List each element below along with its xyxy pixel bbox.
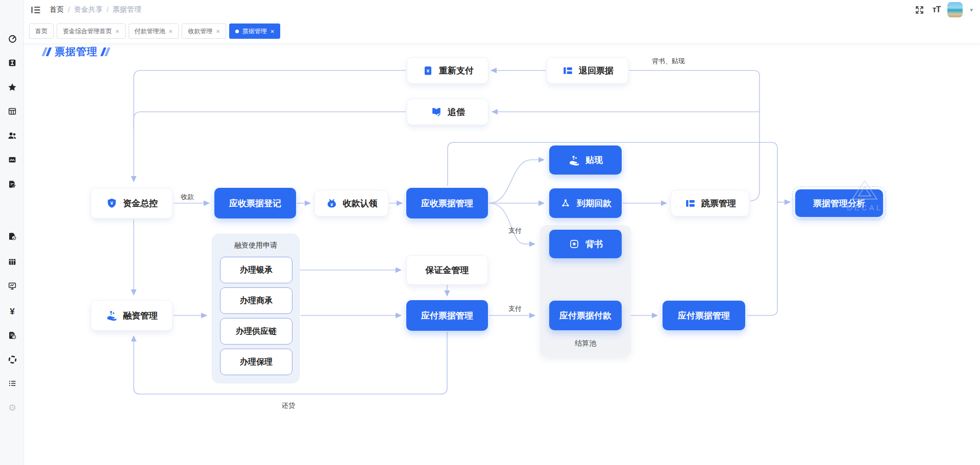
node-financing-mgmt[interactable]: 融资管理 [91,300,173,331]
tab-home[interactable]: 首页 [29,23,54,39]
users-icon[interactable] [7,130,18,141]
breadcrumb: 首页 / 资金共享 / 票据管理 [50,5,141,14]
node-fund-control[interactable]: ¥ 资金总控 [91,188,173,218]
node-discount[interactable]: 贴现 [549,145,622,175]
edge-label-pay-upper: 支付 [508,226,522,235]
avatar[interactable] [947,2,963,17]
fullscreen-icon[interactable] [914,4,925,15]
node-payable-payment[interactable]: 应付票据付款 [549,301,622,330]
node-repay[interactable]: ¥ 重新支付 [407,57,488,84]
tab-payment-pool[interactable]: 付款管理池× [129,23,179,39]
document-clock-icon[interactable] [7,330,18,341]
node-bounced-bill-mgmt[interactable]: 跳票管理 [671,190,749,216]
bill-management-page: ¥ ⚙ 首页 / 资金共享 / 票据管理 тT ▾ 首页 资金综合管理首页× 付 [0,0,980,465]
document-check-icon[interactable] [7,231,18,242]
close-icon[interactable]: × [271,28,275,35]
node-bank-acceptance[interactable]: 办理银承 [220,257,292,283]
financing-group-title: 融资使用申请 [212,241,299,250]
tab-bar: 首页 资金综合管理首页× 付款管理池× 收款管理× 票据管理× [24,19,980,43]
settings-gear-icon[interactable]: ⚙ [7,402,18,413]
breadcrumb-separator: / [107,6,109,14]
top-header: 首页 / 资金共享 / 票据管理 тT ▾ [24,0,980,19]
currency-yuan-icon[interactable]: ¥ [7,306,18,317]
node-receivable-mgmt[interactable]: 应收票据管理 [406,188,488,218]
font-size-icon[interactable]: тT [933,5,941,14]
page-title: 票据管理 [43,45,109,59]
tab-bill-mgmt-active[interactable]: 票据管理× [229,23,281,39]
svg-text:¥: ¥ [110,200,113,206]
breadcrumb-home[interactable]: 首页 [50,5,64,14]
node-bill-analysis[interactable]: 票据管理分析 [795,189,883,217]
close-icon[interactable]: × [169,28,173,35]
svg-text:¥: ¥ [426,68,429,74]
node-endorsement[interactable]: 背书 [549,230,622,258]
node-maturity-collection[interactable]: 到期回款 [549,188,622,218]
star-square-icon [568,238,580,250]
chevron-down-icon[interactable]: ▾ [970,7,973,13]
node-receivable-register[interactable]: 应收票据登记 [214,188,296,218]
share-network-icon [559,197,572,209]
close-icon[interactable]: × [115,28,119,35]
edge-label-repay-loan: 还贷 [282,401,295,410]
yuan-document-icon: ¥ [422,64,434,77]
financing-application-group: 融资使用申请 办理银承 办理商承 办理供应链 办理保理 [212,234,300,383]
edge-label-pay-lower: 支付 [508,304,522,313]
node-margin-mgmt[interactable]: 保证金管理 [406,255,488,285]
node-recourse[interactable]: 追偿 [407,99,488,125]
presentation-chart-icon[interactable] [7,280,18,291]
columns-table-icon[interactable] [7,256,18,267]
settlement-pool-label: 结算池 [540,339,631,348]
tab-fund-overview[interactable]: 资金综合管理首页× [57,23,126,39]
book-icon [430,106,443,118]
breadcrumb-fund-sharing[interactable]: 资金共享 [74,5,103,14]
node-return-bill[interactable]: 退回票据 [547,57,628,84]
document-edit-icon[interactable] [7,179,18,190]
node-payable-mgmt[interactable]: 应付票据管理 [406,300,488,331]
breadcrumb-current: 票据管理 [113,5,141,14]
favorites-star-icon[interactable] [7,82,18,93]
task-list-icon[interactable] [7,378,18,389]
node-commercial-acceptance[interactable]: 办理商承 [220,287,292,314]
tab-collection-mgmt[interactable]: 收款管理× [182,23,226,39]
hand-coins-icon [568,154,580,166]
info-square-icon[interactable] [7,57,18,68]
hand-coins-icon [106,309,118,322]
node-supply-chain[interactable]: 办理供应链 [220,318,292,345]
breadcrumb-separator: / [68,6,70,14]
money-bag-icon: ¥ [326,197,338,209]
edge-label-endorse-discount: 背书、贴现 [652,57,685,66]
table-icon[interactable] [7,106,18,117]
header-actions: тT ▾ [914,0,973,19]
left-icon-rail: ¥ ⚙ [0,0,24,465]
shield-yuan-icon: ¥ [106,197,118,209]
queue-icon [684,197,696,209]
svg-text:¥: ¥ [330,202,333,207]
node-factoring[interactable]: 办理保理 [220,349,292,375]
node-payable-mgmt-right[interactable]: 应付票据管理 [663,301,745,330]
close-icon[interactable]: × [216,28,220,35]
menu-fold-icon[interactable] [30,4,41,15]
node-payment-claim[interactable]: ¥ 收款认领 [314,190,388,216]
queue-icon [561,64,574,77]
image-chart-icon[interactable] [7,154,18,165]
target-icon[interactable] [7,354,18,365]
edge-label-collect: 收款 [181,192,194,202]
dashboard-icon[interactable] [7,33,18,44]
active-tab-dot [235,30,239,33]
flow-edges [0,0,980,465]
